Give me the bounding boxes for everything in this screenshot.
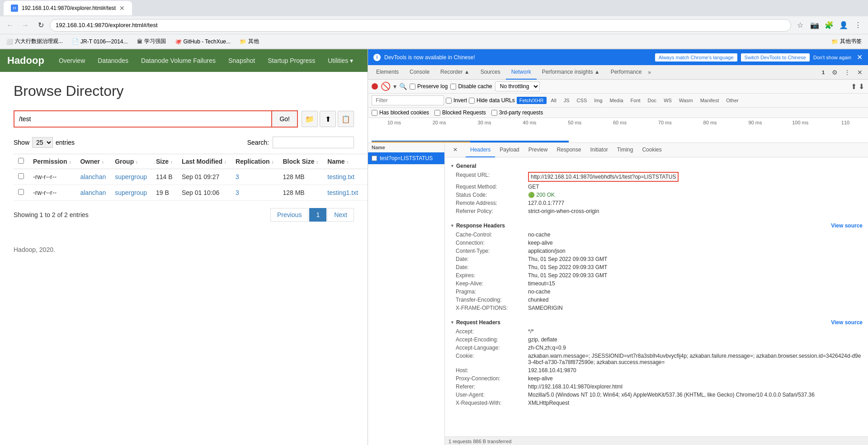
hide-data-checkbox[interactable] — [469, 98, 475, 104]
detail-tab-payload[interactable]: Payload — [495, 143, 524, 157]
filter-media-btn[interactable]: Media — [607, 97, 626, 104]
request-item-1[interactable]: test?op=LISTSTATUS — [368, 152, 444, 165]
go-button[interactable]: Go! — [272, 110, 298, 128]
screen-cast-icon[interactable]: 📷 — [808, 19, 821, 32]
close-notification-icon[interactable]: ✕ — [857, 53, 863, 62]
nav-datanode-volume-failures[interactable]: Datanode Volume Failures — [136, 54, 221, 67]
preserve-log-checkbox[interactable] — [410, 84, 415, 90]
row1-owner[interactable]: alanchan — [75, 169, 110, 185]
file-icon-btn[interactable]: 📋 — [338, 111, 354, 127]
row2-replication-link[interactable]: 3 — [236, 189, 239, 196]
other-bookmarks[interactable]: 📁 其他书签 — [829, 37, 864, 46]
row2-name-link[interactable]: testing1.txt — [327, 189, 358, 196]
tab-elements[interactable]: Elements — [371, 65, 404, 80]
tab-performance[interactable]: Performance — [605, 65, 647, 80]
folder-icon-btn[interactable]: 📁 — [302, 111, 318, 127]
filter-other-btn[interactable]: Other — [723, 97, 741, 104]
fetch-xhr-button[interactable]: Fetch/XHR — [517, 97, 547, 104]
col-replication[interactable]: Replication ↕ — [231, 154, 278, 169]
detail-tab-preview[interactable]: Preview — [524, 143, 552, 157]
row1-name[interactable]: testing.txt — [323, 169, 363, 185]
search-network-icon[interactable]: 🔍 — [399, 83, 407, 90]
row1-name-link[interactable]: testing.txt — [327, 173, 354, 180]
row2-owner[interactable]: alanchan — [75, 185, 110, 201]
filter-css-btn[interactable]: CSS — [574, 97, 590, 104]
reload-button[interactable]: ↻ — [34, 19, 47, 32]
row1-replication[interactable]: 3 — [231, 169, 278, 185]
throttling-select[interactable]: No throttling — [495, 81, 540, 91]
row1-group[interactable]: supergroup — [110, 169, 151, 185]
has-blocked-cookies-checkbox[interactable] — [372, 110, 377, 116]
detail-tab-timing[interactable]: Timing — [613, 143, 638, 157]
row1-group-link[interactable]: supergroup — [115, 173, 147, 180]
tab-performance-insights[interactable]: Performance insights ▲ — [537, 65, 605, 80]
filter-js-btn[interactable]: JS — [561, 97, 572, 104]
switch-to-chinese-button[interactable]: Switch DevTools to Chinese — [741, 53, 810, 62]
general-section-title[interactable]: General — [450, 161, 863, 171]
row1-owner-link[interactable]: alanchan — [80, 173, 106, 180]
tab-recorder[interactable]: Recorder ▲ — [435, 65, 475, 80]
col-name[interactable]: Name ↕ — [323, 154, 363, 169]
request-headers-title[interactable]: Request Headers View source — [450, 317, 863, 327]
row1-delete[interactable]: 🗑 — [363, 169, 368, 185]
extensions-icon[interactable]: 🧩 — [823, 19, 835, 32]
upload-icon-btn[interactable]: ⬆ — [320, 111, 336, 127]
request-view-source-link[interactable]: View source — [831, 319, 863, 326]
bookmark-star-icon[interactable]: ☆ — [794, 19, 807, 32]
col-size[interactable]: Size ↕ — [151, 154, 177, 169]
tab-network[interactable]: Network — [506, 65, 537, 80]
bookmark-item-5[interactable]: 📁 其他 — [237, 37, 262, 46]
more-options-icon[interactable]: ⋮ — [852, 19, 864, 32]
dont-show-button[interactable]: Don't show again — [813, 55, 851, 60]
view-source-link[interactable]: View source — [831, 222, 863, 229]
close-detail-icon[interactable]: ✕ — [453, 147, 458, 153]
page-1-button[interactable]: 1 — [309, 208, 326, 222]
bookmark-item-1[interactable]: ⬜ 六大行数据治理观... — [4, 37, 66, 46]
bookmark-item-4[interactable]: 🐙 GitHub - TechXue... — [172, 38, 234, 46]
nav-datanodes[interactable]: Datanodes — [92, 54, 134, 67]
request-url-highlighted[interactable]: http://192.168.10.41:9870/webhdfs/v1/tes… — [528, 172, 679, 182]
tab-sources[interactable]: Sources — [475, 65, 506, 80]
filter-wasm-btn[interactable]: Wasm — [676, 97, 696, 104]
detail-tab-headers[interactable]: Headers — [466, 143, 495, 157]
path-input[interactable] — [14, 110, 272, 128]
detail-tab-response[interactable]: Response — [552, 143, 585, 157]
detail-tab-initiator[interactable]: Initiator — [585, 143, 612, 157]
row2-replication[interactable]: 3 — [231, 185, 278, 201]
row2-owner-link[interactable]: alanchan — [80, 189, 106, 196]
row2-delete[interactable]: 🗑 — [363, 185, 368, 201]
match-language-button[interactable]: Always match Chrome's language — [655, 53, 737, 62]
settings-icon[interactable]: ⚙ — [829, 67, 840, 78]
response-headers-title[interactable]: Response Headers View source — [450, 221, 863, 231]
filter-icon[interactable]: ▾ — [393, 83, 396, 90]
address-bar[interactable] — [50, 19, 791, 32]
nav-startup-progress[interactable]: Startup Progress — [262, 54, 321, 67]
clear-button[interactable]: 🚫 — [381, 81, 391, 91]
col-owner[interactable]: Owner ↕ — [75, 154, 110, 169]
blocked-requests-checkbox[interactable] — [434, 110, 440, 116]
filter-img-btn[interactable]: Img — [591, 97, 605, 104]
bookmark-item-3[interactable]: 🏛 学习强国 — [134, 37, 169, 46]
record-button[interactable] — [372, 83, 378, 90]
row2-name[interactable]: testing1.txt — [323, 185, 363, 201]
row2-group[interactable]: supergroup — [110, 185, 151, 201]
browser-tab[interactable]: H 192.168.10.41:9870/explorer.html#/test… — [4, 1, 132, 15]
filter-ws-btn[interactable]: WS — [661, 97, 675, 104]
invert-checkbox[interactable] — [446, 98, 452, 104]
tab-more-icon[interactable]: » — [648, 69, 651, 76]
col-group[interactable]: Group ↕ — [110, 154, 151, 169]
back-button[interactable]: ← — [4, 19, 16, 32]
req-checkbox-1[interactable] — [372, 156, 377, 161]
select-all-checkbox[interactable] — [18, 158, 24, 164]
disable-cache-checkbox[interactable] — [450, 84, 456, 90]
bookmark-item-2[interactable]: 📄 JR-T 0106—2014... — [69, 38, 131, 46]
filter-doc-btn[interactable]: Doc — [645, 97, 660, 104]
next-button[interactable]: Next — [327, 208, 354, 222]
entries-select[interactable]: 25 — [32, 137, 53, 148]
nav-snapshot[interactable]: Snapshot — [223, 54, 260, 67]
filter-font-btn[interactable]: Font — [628, 97, 643, 104]
export-icon[interactable]: ⬇ — [859, 82, 864, 91]
third-party-checkbox[interactable] — [491, 110, 497, 116]
tab-close-btn[interactable]: ✕ — [119, 5, 125, 12]
tab-console[interactable]: Console — [404, 65, 435, 80]
